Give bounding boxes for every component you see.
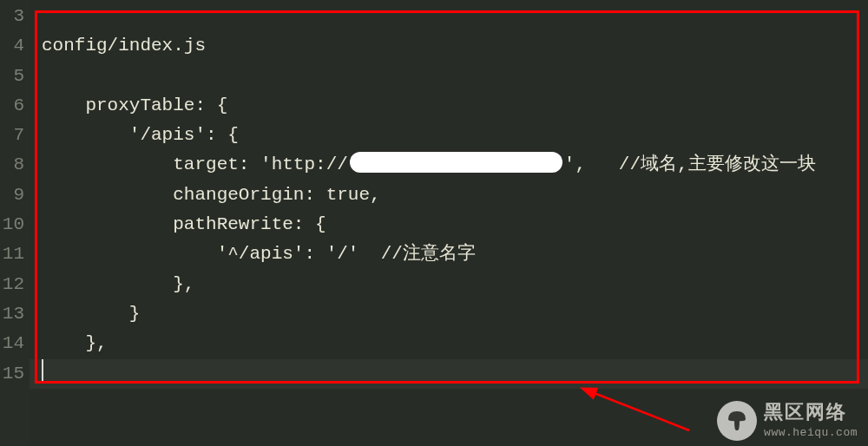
line-number: 11 — [0, 239, 30, 269]
code-line[interactable]: config/index.js — [30, 31, 868, 61]
text-cursor — [42, 359, 43, 382]
code-line[interactable] — [30, 2, 868, 31]
line-number: 8 — [0, 150, 30, 180]
code-line[interactable]: pathRewrite: { — [30, 210, 868, 239]
line-number: 15 — [0, 359, 30, 389]
annotation-arrow — [576, 389, 698, 432]
line-number: 3 — [0, 2, 30, 31]
line-number: 12 — [0, 270, 30, 299]
redacted-domain — [350, 152, 562, 173]
svg-line-0 — [592, 392, 689, 430]
code-line[interactable]: proxyTable: { — [30, 91, 868, 121]
line-number: 7 — [0, 121, 30, 150]
line-number: 14 — [0, 329, 30, 358]
code-editor[interactable]: 3 4 5 6 7 8 9 10 11 12 13 14 15 config/i… — [0, 0, 868, 446]
line-number-gutter: 3 4 5 6 7 8 9 10 11 12 13 14 15 — [0, 0, 30, 446]
code-line[interactable]: }, — [30, 329, 868, 358]
code-area[interactable]: config/index.js proxyTable: { '/apis': {… — [30, 0, 868, 446]
line-number: 9 — [0, 180, 30, 210]
code-line[interactable]: }, — [30, 270, 868, 299]
code-line[interactable]: changeOrigin: true, — [30, 180, 868, 210]
code-line[interactable]: } — [30, 299, 868, 329]
code-line[interactable]: target: 'http://', //域名,主要修改这一块 — [30, 150, 868, 180]
code-line[interactable] — [30, 62, 868, 91]
line-number: 6 — [0, 91, 30, 121]
line-number: 10 — [0, 210, 30, 239]
code-line[interactable]: '/apis': { — [30, 121, 868, 150]
line-number: 13 — [0, 299, 30, 329]
code-line-active[interactable] — [30, 359, 868, 389]
line-number: 5 — [0, 62, 30, 91]
line-number: 4 — [0, 31, 30, 61]
code-line[interactable]: '^/apis': '/' //注意名字 — [30, 239, 868, 269]
